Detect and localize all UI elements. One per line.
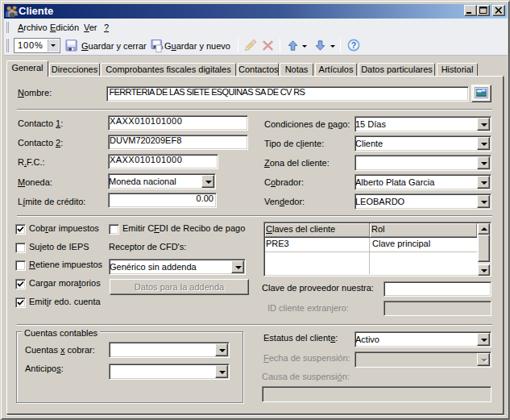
svg-text:?: ? <box>351 40 356 50</box>
